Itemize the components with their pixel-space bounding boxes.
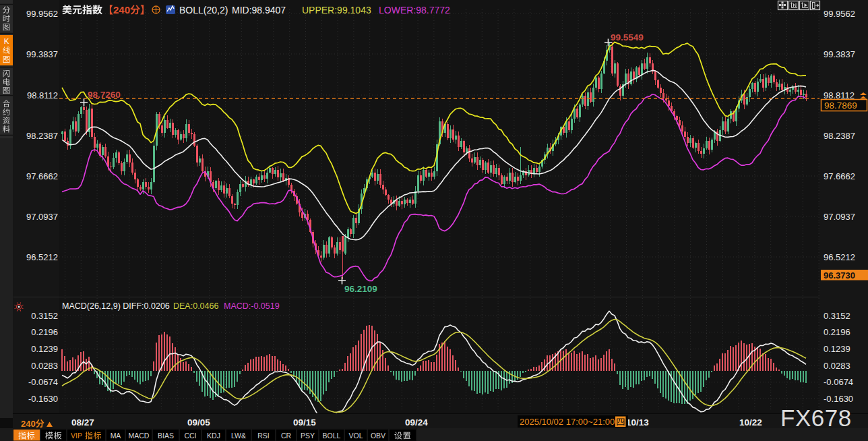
svg-text:97.6662: 97.6662 [824,171,855,181]
svg-text:CR: CR [281,432,292,440]
svg-text:99.9562: 99.9562 [26,9,58,19]
svg-text:BOLL(20,2): BOLL(20,2) [179,5,228,16]
svg-text:98.8112: 98.8112 [27,90,58,100]
svg-text:-0.0674: -0.0674 [28,377,58,387]
svg-text:0.1239: 0.1239 [824,344,850,354]
svg-text:-0.1630: -0.1630 [824,394,853,404]
svg-text:96.5212: 96.5212 [26,252,58,262]
svg-text:09/05: 09/05 [187,417,210,428]
svg-text:DEA:0.0466: DEA:0.0466 [173,301,218,311]
svg-text:0.3152: 0.3152 [824,311,850,321]
svg-text:RSI: RSI [257,432,270,440]
svg-text:MID:98.9407: MID:98.9407 [232,5,286,16]
svg-text:99.3837: 99.3837 [824,49,855,59]
svg-text:FX678: FX678 [780,405,852,431]
svg-text:CCI: CCI [184,432,196,440]
svg-text:96.3730: 96.3730 [824,270,855,281]
svg-text:0.3152: 0.3152 [31,311,58,321]
svg-text:VIP: VIP [71,432,82,440]
svg-text:98.7869: 98.7869 [824,100,857,111]
svg-text:0.0283: 0.0283 [31,361,58,371]
svg-text:0.2196: 0.2196 [31,327,58,337]
svg-text:96.2109: 96.2109 [344,284,377,294]
svg-text:240: 240 [113,4,130,16]
svg-text:0.1239: 0.1239 [31,344,58,354]
svg-text:97.0937: 97.0937 [824,212,855,222]
svg-text:98.7260: 98.7260 [88,90,121,100]
svg-text:MACD: MACD [129,432,150,440]
svg-text:98.2387: 98.2387 [824,131,855,141]
svg-text:LOWER:98.7772: LOWER:98.7772 [379,5,450,16]
svg-text:98.2387: 98.2387 [26,131,58,141]
svg-text:LW&: LW& [231,432,246,440]
svg-text:10/13: 10/13 [626,417,649,428]
svg-text:10/22: 10/22 [739,417,762,428]
svg-text:99.3837: 99.3837 [26,49,58,59]
svg-text:99.9562: 99.9562 [824,9,855,19]
svg-text:K: K [4,37,9,45]
svg-text:98.8112: 98.8112 [824,90,855,100]
svg-text:09/24: 09/24 [405,417,428,428]
svg-text:240: 240 [21,419,36,429]
svg-text:UPPER:99.1043: UPPER:99.1043 [302,5,371,16]
svg-text:VOL: VOL [348,432,363,440]
svg-text:MACD(26,12,9) DIFF:0.0206: MACD(26,12,9) DIFF:0.0206 [62,301,170,311]
svg-text:-0.1630: -0.1630 [28,394,58,404]
svg-text:09/15: 09/15 [293,417,316,428]
svg-text:OBV: OBV [371,432,385,440]
svg-text:PSY: PSY [301,432,315,440]
svg-text:97.0937: 97.0937 [26,212,58,222]
svg-text:0.0283: 0.0283 [824,361,850,371]
svg-text:BOLL: BOLL [323,432,341,440]
svg-text:97.6662: 97.6662 [26,171,58,181]
svg-text:2025/10/02 17:00~21:00: 2025/10/02 17:00~21:00 [520,417,615,427]
svg-text:96.5212: 96.5212 [824,252,855,262]
svg-text:MA: MA [111,432,121,440]
svg-text:0.2196: 0.2196 [824,327,850,337]
svg-text:-0.0674: -0.0674 [824,377,853,387]
svg-text:KDJ: KDJ [207,432,220,440]
svg-text:BIAS: BIAS [158,432,174,440]
svg-text:08/27: 08/27 [71,417,94,428]
svg-text:99.5549: 99.5549 [611,32,644,42]
svg-text:MACD:-0.0519: MACD:-0.0519 [224,301,280,311]
